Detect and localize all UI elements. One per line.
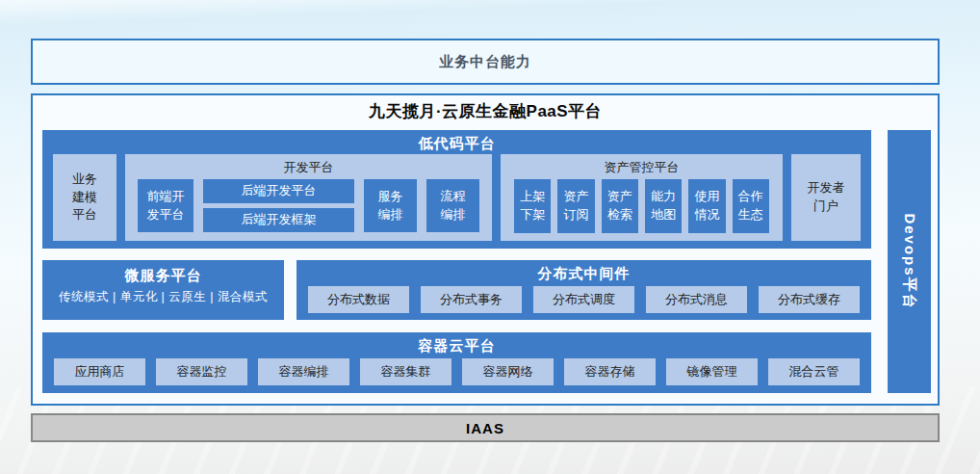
usage-status-box: 使用 情况	[688, 179, 725, 233]
business-modeling-platform-box: 业务 建模 平台	[53, 154, 116, 241]
frontend-dev-label: 前端开 发平台	[147, 188, 185, 224]
middleware-items: 分布式数据 分布式事务 分布式调度 分布式消息 分布式缓存	[297, 283, 871, 313]
container-monitoring-box: 容器监控	[156, 358, 247, 385]
business-midplatform-banner: 业务中台能力	[31, 39, 940, 85]
developer-portal-label: 开发者 门户	[808, 179, 845, 216]
process-orchestration-label: 流程 编排	[441, 188, 466, 224]
image-management-box: 镜像管理	[666, 358, 758, 385]
distributed-transaction-box: 分布式事务	[421, 286, 522, 313]
dev-platform-title: 开发平台	[125, 154, 492, 179]
asset-search-box: 资产 检索	[602, 179, 638, 233]
backend-dev-platform-box: 后端开发平台	[203, 179, 354, 203]
asset-control-title: 资产管控平台	[501, 154, 783, 179]
paas-platform-container: 九天揽月·云原生金融PaaS平台 低代码平台 业务 建模 平台 开发平台 前端开…	[31, 93, 940, 406]
lowcode-row: 业务 建模 平台 开发平台 前端开 发平台 后端开发平台 后端开发框架 服务 编	[42, 153, 871, 241]
distributed-cache-box: 分布式缓存	[759, 286, 860, 313]
iaas-label: IAAS	[466, 420, 504, 436]
frontend-dev-platform-box: 前端开 发平台	[138, 179, 193, 232]
cooperation-ecosystem-box: 合作 生态	[733, 179, 769, 233]
asset-control-group: 资产管控平台 上架 下架 资产 订阅 资产 检索 能力 地图 使用 情况 合作 …	[501, 154, 783, 241]
devops-platform-bar: Devops平台	[888, 130, 931, 393]
business-midplatform-label: 业务中台能力	[439, 53, 531, 71]
container-cloud-items: 应用商店 容器监控 容器编排 容器集群 容器网络 容器存储 镜像管理 混合云管	[42, 356, 871, 385]
distributed-messaging-box: 分布式消息	[646, 286, 747, 313]
backend-dev-framework-box: 后端开发框架	[203, 208, 354, 232]
asset-control-items: 上架 下架 资产 订阅 资产 检索 能力 地图 使用 情况 合作 生态	[501, 179, 783, 241]
container-cloud-title: 容器云平台	[42, 332, 871, 356]
container-orchestration-box: 容器编排	[258, 358, 349, 385]
microservice-modes-label: 传统模式 | 单元化 | 云原生 | 混合模式	[42, 289, 284, 305]
capability-map-box: 能力 地图	[645, 179, 682, 233]
platform-title: 九天揽月·云原生金融PaaS平台	[33, 100, 938, 122]
business-modeling-label: 业务 建模 平台	[72, 171, 97, 225]
container-cluster-box: 容器集群	[360, 358, 451, 385]
microservice-platform-title: 微服务平台	[42, 260, 284, 285]
app-store-box: 应用商店	[54, 358, 145, 385]
container-cloud-section: 容器云平台 应用商店 容器监控 容器编排 容器集群 容器网络 容器存储 镜像管理…	[42, 332, 871, 393]
lowcode-platform-section: 低代码平台 业务 建模 平台 开发平台 前端开 发平台 后端开发平台 后端开发框…	[42, 130, 871, 249]
distributed-middleware-section: 分布式中间件 分布式数据 分布式事务 分布式调度 分布式消息 分布式缓存	[297, 260, 871, 320]
process-orchestration-box: 流程 编排	[426, 179, 479, 232]
iaas-bar: IAAS	[31, 413, 940, 442]
distributed-data-box: 分布式数据	[308, 286, 409, 313]
dev-platform-items: 前端开 发平台 后端开发平台 后端开发框架 服务 编排 流程 编排	[125, 179, 492, 241]
distributed-scheduling-box: 分布式调度	[533, 286, 634, 313]
service-orchestration-label: 服务 编排	[378, 188, 403, 224]
asset-subscription-box: 资产 订阅	[557, 179, 594, 233]
dev-platform-group: 开发平台 前端开 发平台 后端开发平台 后端开发框架 服务 编排	[125, 154, 492, 241]
developer-portal-box: 开发者 门户	[791, 154, 861, 241]
architecture-diagram: 业务中台能力 九天揽月·云原生金融PaaS平台 低代码平台 业务 建模 平台 开…	[0, 0, 980, 474]
lowcode-platform-title: 低代码平台	[42, 130, 871, 153]
service-orchestration-box: 服务 编排	[364, 179, 417, 232]
devops-platform-label: Devops平台	[900, 213, 918, 309]
microservice-platform-section: 微服务平台 传统模式 | 单元化 | 云原生 | 混合模式	[42, 260, 284, 320]
backend-stack: 后端开发平台 后端开发框架	[203, 179, 354, 232]
container-storage-box: 容器存储	[564, 358, 656, 385]
asset-onoff-shelf-box: 上架 下架	[514, 179, 551, 233]
container-network-box: 容器网络	[462, 358, 554, 385]
distributed-middleware-title: 分布式中间件	[297, 260, 871, 283]
hybrid-cloud-mgmt-box: 混合云管	[768, 358, 860, 385]
